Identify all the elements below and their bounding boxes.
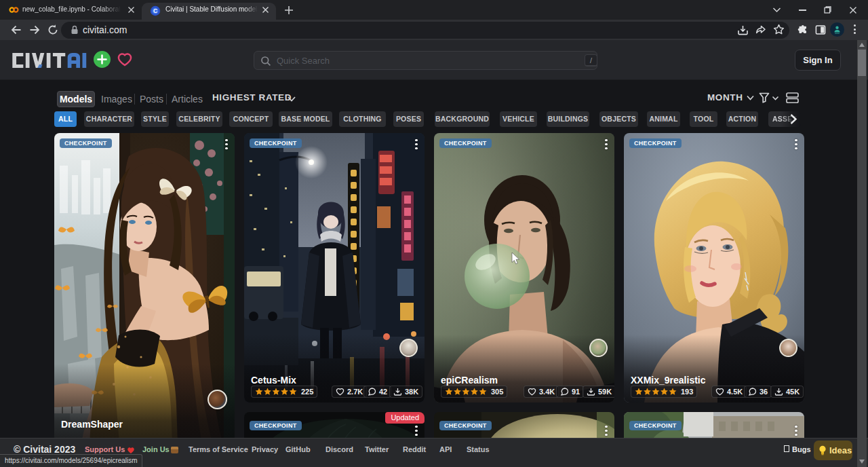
svg-text:C: C: [153, 7, 157, 14]
